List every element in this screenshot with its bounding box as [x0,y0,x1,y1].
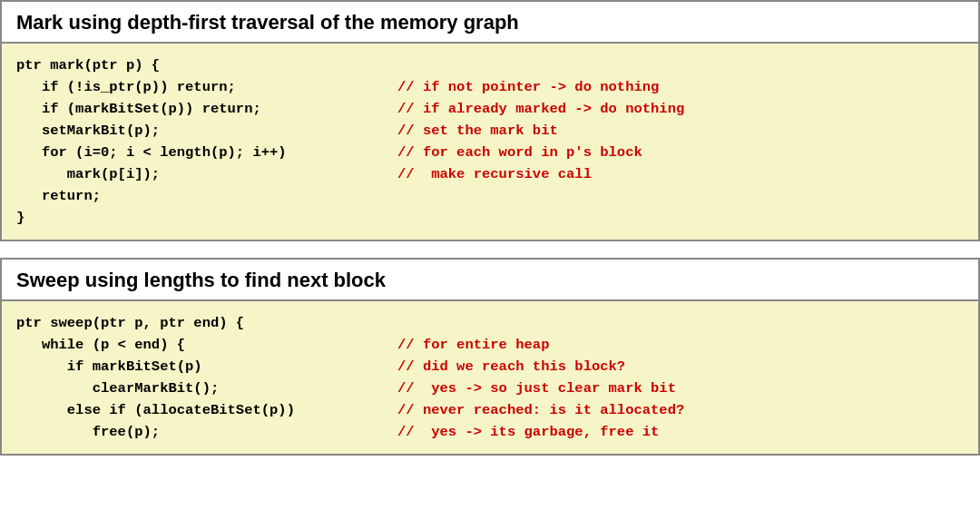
code-main: } [16,207,397,229]
sweep-code-block: ptr sweep(ptr p, ptr end) { while (p < e… [0,299,980,456]
code-main: mark(p[i]); [16,163,397,185]
mark-section-title: Mark using depth-first traversal of the … [0,0,980,42]
table-row: if (markBitSet(p)) return; // if already… [16,98,964,120]
code-main: if (!is_ptr(p)) return; [16,76,397,98]
table-row: setMarkBit(p); // set the mark bit [16,120,964,142]
table-row: while (p < end) { // for entire heap [16,334,964,356]
code-main: return; [16,185,397,207]
code-comment [397,54,964,76]
code-main: ptr mark(ptr p) { [16,54,397,76]
code-comment: // if already marked -> do nothing [397,98,964,120]
code-comment: // set the mark bit [397,120,964,142]
code-comment: // never reached: is it allocated? [397,399,964,421]
code-comment [397,207,964,229]
table-row: free(p); // yes -> its garbage, free it [16,421,964,443]
table-row: clearMarkBit(); // yes -> so just clear … [16,378,964,399]
sweep-section: Sweep using lengths to find next block p… [0,258,980,456]
table-row: return; [16,185,964,207]
table-row: else if (allocateBitSet(p)) // never rea… [16,399,964,421]
code-main: while (p < end) { [16,334,397,356]
code-comment [397,185,964,207]
code-main: setMarkBit(p); [16,120,397,142]
code-comment: // did we reach this block? [397,356,964,378]
table-row: if markBitSet(p) // did we reach this bl… [16,356,964,378]
code-comment [397,312,964,334]
table-row: mark(p[i]); // make recursive call [16,163,964,185]
section-gap [0,241,980,258]
code-comment: // for entire heap [397,334,964,356]
table-row: for (i=0; i < length(p); i++) // for eac… [16,142,964,163]
mark-section: Mark using depth-first traversal of the … [0,0,980,241]
code-main: clearMarkBit(); [16,378,397,399]
code-main: else if (allocateBitSet(p)) [16,399,397,421]
code-comment: // yes -> its garbage, free it [397,421,964,443]
page-container: Mark using depth-first traversal of the … [0,0,980,510]
table-row: ptr sweep(ptr p, ptr end) { [16,312,964,334]
mark-code-block: ptr mark(ptr p) { if (!is_ptr(p)) return… [0,42,980,241]
code-main: free(p); [16,421,397,443]
table-row: if (!is_ptr(p)) return; // if not pointe… [16,76,964,98]
code-comment: // for each word in p's block [397,142,964,163]
code-main: for (i=0; i < length(p); i++) [16,142,397,163]
code-main: ptr sweep(ptr p, ptr end) { [16,312,397,334]
code-main: if (markBitSet(p)) return; [16,98,397,120]
code-main: if markBitSet(p) [16,356,397,378]
code-comment: // make recursive call [397,163,964,185]
table-row: } [16,207,964,229]
code-comment: // if not pointer -> do nothing [397,76,964,98]
code-comment: // yes -> so just clear mark bit [397,378,964,399]
table-row: ptr mark(ptr p) { [16,54,964,76]
sweep-section-title: Sweep using lengths to find next block [0,258,980,299]
